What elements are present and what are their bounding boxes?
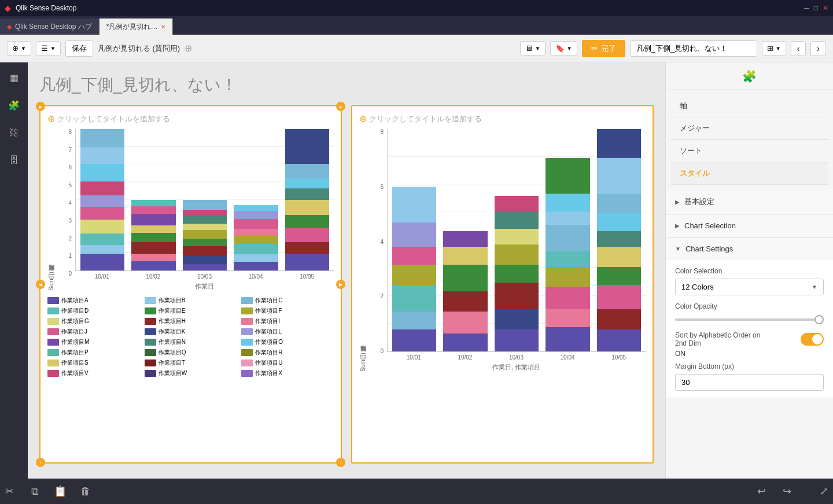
bookmark-button[interactable]: 🔖 ▼	[550, 41, 577, 55]
copy-button[interactable]: ⧉	[25, 482, 44, 501]
margin-input[interactable]	[675, 374, 824, 391]
bar-group-1005	[285, 129, 329, 270]
expand-icon: ⤢	[820, 485, 828, 498]
tab-sheet-label: *凡例が見切れ…	[106, 22, 158, 32]
legend-color-t	[145, 360, 156, 366]
legend-label-s: 作業項目S	[61, 359, 89, 367]
tab-hub-icon: ◆	[7, 23, 12, 31]
legend-color-i	[241, 318, 253, 325]
legend-color-u	[241, 360, 253, 366]
legend-color-m	[47, 339, 59, 346]
accordion-chart-selection-header[interactable]: ▶ Chart Selection	[666, 214, 833, 237]
legend-label-b: 作業項目B	[159, 297, 186, 305]
menu-button[interactable]: ☰ ▼	[36, 41, 61, 55]
accordion-basic: ▶ 基本設定	[666, 190, 833, 214]
tab-close-icon[interactable]: ✕	[161, 24, 165, 30]
right-bars-area: 10/01 10/02 10/03 10/04 10/05 作業日, 作業項目	[387, 129, 646, 372]
legend-color-f	[241, 307, 253, 314]
legend-label-v: 作業項目V	[61, 369, 89, 377]
cut-button[interactable]: ✂	[0, 482, 19, 501]
paste-button[interactable]: 📋	[51, 482, 69, 501]
nav-measure-label: メジャー	[680, 124, 710, 132]
legend-label-a: 作業項目A	[61, 297, 89, 305]
color-opacity-slider[interactable]	[675, 314, 824, 325]
handle-mid-right[interactable]: ▶	[336, 280, 345, 289]
sidebar-icon-data[interactable]: 🗄	[5, 151, 23, 170]
right-chart-panel[interactable]: ⊕ クリックしてタイトルを追加する Sum([作業時間]) 8 6 4 2 0	[351, 105, 654, 464]
handle-bottom-right[interactable]: ›	[336, 458, 345, 467]
cut-icon: ✂	[5, 485, 14, 498]
accordion-chart-settings-header[interactable]: ▼ Chart Settings	[666, 238, 833, 260]
next-sheet-button[interactable]: ›	[810, 41, 826, 56]
sidebar-icon-charts[interactable]: ▦	[5, 68, 23, 87]
maximize-btn[interactable]: □	[814, 4, 818, 12]
nav-style-label: スタイル	[680, 169, 710, 177]
handle-bottom-left[interactable]: ‹	[36, 458, 45, 467]
globe-chevron: ▼	[21, 46, 26, 51]
dropdown-arrow-icon: ▼	[812, 284, 817, 290]
prev-sheet-button[interactable]: ‹	[791, 41, 806, 56]
r-bar-group-1002	[443, 129, 487, 351]
legend-label-u: 作業項目U	[255, 359, 282, 367]
sidebar-icon-puzzle[interactable]: 🧩	[5, 96, 23, 114]
done-label: 完了	[601, 43, 616, 54]
color-selection-dropdown[interactable]: 12 Colors ▼	[675, 279, 824, 295]
panel-puzzle-icon: 🧩	[742, 69, 757, 83]
legend-item-k: 作業項目K	[145, 328, 237, 336]
legend-color-l	[241, 328, 253, 335]
close-btn[interactable]: ✕	[823, 4, 828, 12]
handle-top-right[interactable]: ▸	[336, 102, 345, 111]
color-opacity-label: Color Opacity	[675, 302, 824, 310]
sort-toggle[interactable]	[801, 333, 824, 346]
undo-button[interactable]: ↩	[752, 482, 771, 501]
charts-container: ▸ ▸ ‹ › ◀ ▶ ⊕ クリックしてタイトルを追加する Sum([作業時間]…	[39, 105, 654, 464]
display-button[interactable]: 🖥 ▼	[520, 41, 545, 55]
right-panel: 🧩 軸 メジャー ソート スタイル ▶ 基本設定	[665, 62, 833, 479]
nav-sort-label: ソート	[680, 146, 702, 155]
legend-item-v: 作業項目V	[47, 369, 140, 377]
legend-label-f: 作業項目F	[255, 307, 282, 315]
tab-hub[interactable]: ◆ Qlik Sense Desktop ハブ	[0, 18, 99, 35]
content-area: 凡例_下側_見切れ、ない！ ▸ ▸ ‹ › ◀ ▶ ⊕ クリックしてタイトルを追…	[28, 62, 665, 479]
globe-button[interactable]: ⊕ ▼	[7, 41, 31, 55]
accordion-basic-label: 基本設定	[684, 197, 714, 207]
accordion-basic-arrow: ▶	[675, 199, 680, 205]
delete-button[interactable]: 🗑	[76, 482, 95, 501]
sidebar-icon-link[interactable]: ⛓	[5, 124, 23, 142]
legend-item-i: 作業項目I	[241, 317, 334, 325]
left-chart-title[interactable]: ⊕ クリックしてタイトルを追加する	[47, 113, 334, 124]
bar-group-1003	[183, 129, 227, 270]
accordion-chart-settings-arrow: ▼	[675, 246, 681, 252]
bottom-toolbar: ✂ ⧉ 📋 🗑 ↩ ↪ ⤢	[0, 479, 833, 504]
redo-button[interactable]: ↪	[777, 482, 796, 501]
title-bar: ◆ Qlik Sense Desktop ─ □ ✕	[0, 0, 833, 16]
nav-style[interactable]: スタイル	[670, 162, 828, 185]
minimize-btn[interactable]: ─	[804, 4, 809, 12]
margin-label: Margin Bottom (px)	[675, 362, 824, 370]
nav-sort[interactable]: ソート	[670, 140, 828, 162]
legend-item-f: 作業項目F	[241, 307, 334, 315]
legend-color-o	[241, 339, 253, 346]
legend-color-d	[47, 307, 59, 314]
legend-label-m: 作業項目M	[61, 338, 89, 346]
nav-axis[interactable]: 軸	[670, 95, 828, 117]
accordion-basic-header[interactable]: ▶ 基本設定	[666, 190, 833, 214]
tab-sheet[interactable]: *凡例が見切れ… ✕	[99, 18, 174, 35]
sheet-layout-button[interactable]: ⊞ ▼	[762, 41, 786, 55]
legend-color-k	[145, 328, 156, 335]
slider-thumb[interactable]	[814, 315, 824, 324]
sheet-name-icon: ⊕	[185, 43, 192, 54]
right-chart-title[interactable]: ⊕ クリックしてタイトルを追加する	[359, 113, 646, 124]
bookmark-icon: 🔖	[555, 44, 565, 53]
nav-measure[interactable]: メジャー	[670, 117, 828, 140]
left-chart-panel[interactable]: ▸ ▸ ‹ › ◀ ▶ ⊕ クリックしてタイトルを追加する Sum([作業時間]…	[39, 105, 342, 464]
legend-item-u: 作業項目U	[241, 359, 334, 367]
expand-button[interactable]: ⤢	[814, 482, 833, 501]
done-button[interactable]: ✏ 完了	[582, 40, 625, 57]
save-button[interactable]: 保存	[65, 40, 93, 57]
sort-toggle-row: Sort by Alphabetic Order on2nd Dim	[675, 331, 824, 347]
legend-color-g	[47, 318, 59, 325]
handle-top-left[interactable]: ▸	[36, 102, 45, 111]
handle-mid-left[interactable]: ◀	[36, 280, 45, 289]
accordion-chart-settings-label: Chart Settings	[685, 244, 733, 253]
